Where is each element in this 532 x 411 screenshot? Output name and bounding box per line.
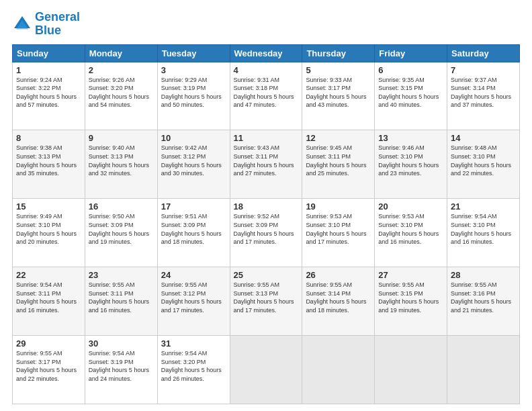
day-number: 2: [89, 65, 154, 75]
calendar-cell: 7 Sunrise: 9:37 AM Sunset: 3:14 PM Dayli…: [447, 62, 520, 130]
calendar-cell: 24 Sunrise: 9:55 AM Sunset: 3:12 PM Dayl…: [157, 267, 230, 336]
calendar-cell: 19 Sunrise: 9:53 AM Sunset: 3:10 PM Dayl…: [302, 199, 375, 267]
calendar-cell: [230, 336, 302, 404]
calendar-header-wednesday: Wednesday: [230, 44, 302, 62]
calendar-week-3: 15 Sunrise: 9:49 AM Sunset: 3:10 PM Dayl…: [13, 199, 520, 267]
calendar-week-1: 1 Sunrise: 9:24 AM Sunset: 3:22 PM Dayli…: [13, 62, 520, 130]
logo: General Blue: [12, 11, 80, 38]
calendar-header-friday: Friday: [375, 44, 447, 62]
day-number: 1: [16, 65, 81, 75]
calendar-cell: 4 Sunrise: 9:31 AM Sunset: 3:18 PM Dayli…: [230, 62, 302, 130]
day-number: 25: [234, 270, 299, 280]
day-info: Sunrise: 9:50 AM Sunset: 3:09 PM Dayligh…: [89, 212, 154, 246]
calendar-cell: 27 Sunrise: 9:55 AM Sunset: 3:15 PM Dayl…: [375, 267, 447, 336]
calendar-header-saturday: Saturday: [447, 44, 520, 62]
calendar-cell: 22 Sunrise: 9:54 AM Sunset: 3:11 PM Dayl…: [13, 267, 85, 336]
day-number: 28: [451, 270, 516, 280]
day-info: Sunrise: 9:33 AM Sunset: 3:17 PM Dayligh…: [306, 76, 371, 109]
header: General Blue: [12, 11, 520, 38]
day-number: 26: [306, 270, 371, 280]
day-number: 3: [161, 65, 226, 75]
day-number: 6: [378, 65, 443, 75]
day-number: 11: [234, 133, 299, 143]
calendar-cell: 13 Sunrise: 9:46 AM Sunset: 3:10 PM Dayl…: [375, 130, 447, 199]
day-info: Sunrise: 9:54 AM Sunset: 3:19 PM Dayligh…: [89, 349, 154, 383]
calendar-cell: 23 Sunrise: 9:55 AM Sunset: 3:11 PM Dayl…: [85, 267, 157, 336]
calendar: SundayMondayTuesdayWednesdayThursdayFrid…: [12, 44, 520, 404]
day-number: 30: [89, 338, 154, 349]
day-info: Sunrise: 9:37 AM Sunset: 3:14 PM Dayligh…: [451, 76, 516, 109]
calendar-week-2: 8 Sunrise: 9:38 AM Sunset: 3:13 PM Dayli…: [13, 130, 520, 199]
day-info: Sunrise: 9:55 AM Sunset: 3:15 PM Dayligh…: [378, 281, 443, 314]
day-info: Sunrise: 9:42 AM Sunset: 3:12 PM Dayligh…: [161, 144, 226, 177]
day-info: Sunrise: 9:55 AM Sunset: 3:13 PM Dayligh…: [234, 281, 299, 314]
day-info: Sunrise: 9:38 AM Sunset: 3:13 PM Dayligh…: [16, 144, 81, 177]
day-info: Sunrise: 9:43 AM Sunset: 3:11 PM Dayligh…: [234, 144, 299, 177]
day-info: Sunrise: 9:53 AM Sunset: 3:10 PM Dayligh…: [378, 212, 443, 246]
day-info: Sunrise: 9:55 AM Sunset: 3:17 PM Dayligh…: [16, 349, 81, 383]
day-info: Sunrise: 9:52 AM Sunset: 3:09 PM Dayligh…: [234, 212, 299, 246]
day-number: 23: [89, 270, 154, 280]
day-info: Sunrise: 9:55 AM Sunset: 3:16 PM Dayligh…: [451, 281, 516, 314]
day-info: Sunrise: 9:45 AM Sunset: 3:11 PM Dayligh…: [306, 144, 371, 177]
calendar-cell: 29 Sunrise: 9:55 AM Sunset: 3:17 PM Dayl…: [13, 336, 85, 404]
day-number: 9: [89, 133, 154, 143]
day-info: Sunrise: 9:24 AM Sunset: 3:22 PM Dayligh…: [16, 76, 81, 109]
day-number: 15: [16, 201, 81, 212]
calendar-cell: 1 Sunrise: 9:24 AM Sunset: 3:22 PM Dayli…: [13, 62, 85, 130]
day-number: 22: [16, 270, 81, 280]
calendar-header-thursday: Thursday: [302, 44, 375, 62]
calendar-cell: 17 Sunrise: 9:51 AM Sunset: 3:09 PM Dayl…: [157, 199, 230, 267]
day-number: 14: [451, 133, 516, 143]
calendar-cell: 6 Sunrise: 9:35 AM Sunset: 3:15 PM Dayli…: [375, 62, 447, 130]
calendar-cell: 10 Sunrise: 9:42 AM Sunset: 3:12 PM Dayl…: [157, 130, 230, 199]
calendar-cell: 11 Sunrise: 9:43 AM Sunset: 3:11 PM Dayl…: [230, 130, 302, 199]
calendar-cell: 9 Sunrise: 9:40 AM Sunset: 3:13 PM Dayli…: [85, 130, 157, 199]
calendar-cell: 8 Sunrise: 9:38 AM Sunset: 3:13 PM Dayli…: [13, 130, 85, 199]
calendar-cell: 18 Sunrise: 9:52 AM Sunset: 3:09 PM Dayl…: [230, 199, 302, 267]
calendar-cell: 2 Sunrise: 9:26 AM Sunset: 3:20 PM Dayli…: [85, 62, 157, 130]
calendar-cell: 25 Sunrise: 9:55 AM Sunset: 3:13 PM Dayl…: [230, 267, 302, 336]
day-number: 5: [306, 65, 371, 75]
day-info: Sunrise: 9:55 AM Sunset: 3:14 PM Dayligh…: [306, 281, 371, 314]
day-info: Sunrise: 9:55 AM Sunset: 3:11 PM Dayligh…: [89, 281, 154, 314]
day-number: 16: [89, 201, 154, 212]
calendar-cell: [302, 336, 375, 404]
day-info: Sunrise: 9:29 AM Sunset: 3:19 PM Dayligh…: [161, 76, 226, 109]
logo-text: General Blue: [35, 11, 80, 38]
page: General Blue SundayMondayTuesdayWednesda…: [0, 0, 532, 411]
day-info: Sunrise: 9:35 AM Sunset: 3:15 PM Dayligh…: [378, 76, 443, 109]
day-info: Sunrise: 9:54 AM Sunset: 3:10 PM Dayligh…: [451, 212, 516, 246]
day-number: 19: [306, 201, 371, 212]
day-number: 8: [16, 133, 81, 143]
day-info: Sunrise: 9:31 AM Sunset: 3:18 PM Dayligh…: [234, 76, 299, 109]
calendar-cell: [375, 336, 447, 404]
calendar-cell: 16 Sunrise: 9:50 AM Sunset: 3:09 PM Dayl…: [85, 199, 157, 267]
calendar-cell: 21 Sunrise: 9:54 AM Sunset: 3:10 PM Dayl…: [447, 199, 520, 267]
calendar-cell: 30 Sunrise: 9:54 AM Sunset: 3:19 PM Dayl…: [85, 336, 157, 404]
day-number: 24: [161, 270, 226, 280]
day-number: 20: [378, 201, 443, 212]
day-number: 27: [378, 270, 443, 280]
day-number: 10: [161, 133, 226, 143]
logo-icon: [12, 14, 32, 34]
calendar-week-4: 22 Sunrise: 9:54 AM Sunset: 3:11 PM Dayl…: [13, 267, 520, 336]
day-info: Sunrise: 9:53 AM Sunset: 3:10 PM Dayligh…: [306, 212, 371, 246]
day-number: 18: [234, 201, 299, 212]
day-number: 31: [161, 338, 226, 349]
calendar-week-5: 29 Sunrise: 9:55 AM Sunset: 3:17 PM Dayl…: [13, 336, 520, 404]
day-info: Sunrise: 9:46 AM Sunset: 3:10 PM Dayligh…: [378, 144, 443, 177]
calendar-cell: [447, 336, 520, 404]
day-info: Sunrise: 9:40 AM Sunset: 3:13 PM Dayligh…: [89, 144, 154, 177]
day-number: 17: [161, 201, 226, 212]
day-info: Sunrise: 9:49 AM Sunset: 3:10 PM Dayligh…: [16, 212, 81, 246]
calendar-cell: 5 Sunrise: 9:33 AM Sunset: 3:17 PM Dayli…: [302, 62, 375, 130]
day-info: Sunrise: 9:48 AM Sunset: 3:10 PM Dayligh…: [451, 144, 516, 177]
day-info: Sunrise: 9:55 AM Sunset: 3:12 PM Dayligh…: [161, 281, 226, 314]
calendar-cell: 20 Sunrise: 9:53 AM Sunset: 3:10 PM Dayl…: [375, 199, 447, 267]
calendar-cell: 12 Sunrise: 9:45 AM Sunset: 3:11 PM Dayl…: [302, 130, 375, 199]
day-number: 21: [451, 201, 516, 212]
calendar-cell: 14 Sunrise: 9:48 AM Sunset: 3:10 PM Dayl…: [447, 130, 520, 199]
calendar-header-monday: Monday: [85, 44, 157, 62]
calendar-header-tuesday: Tuesday: [157, 44, 230, 62]
